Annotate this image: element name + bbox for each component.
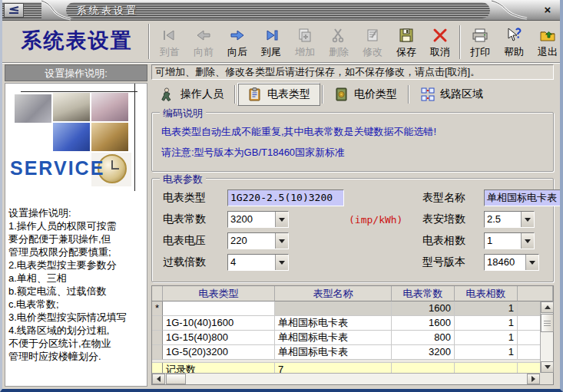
meter-type-icon xyxy=(247,87,263,102)
model-name-label: 表型名称 xyxy=(422,191,484,205)
table-cell[interactable]: 3200 xyxy=(392,345,455,360)
help-icon xyxy=(505,26,523,44)
overload-select[interactable]: 4 xyxy=(227,254,289,271)
separator xyxy=(234,85,236,104)
tab-label: 电表类型 xyxy=(267,87,310,101)
table-cell[interactable]: 1 xyxy=(455,345,518,360)
table-cell[interactable]: 1G-15(40)800 xyxy=(163,331,275,345)
table-cell[interactable] xyxy=(163,301,275,316)
add-record-button[interactable]: 增加 xyxy=(288,24,322,61)
go-prev-button[interactable]: 向前 xyxy=(187,24,220,61)
table-row[interactable]: 1G-10(40)1600 单相国标电卡表 1600 1 xyxy=(152,316,553,331)
table-cell[interactable]: 1 xyxy=(455,316,518,331)
row-indicator xyxy=(152,345,163,360)
service-collage-image: SERVICE xyxy=(5,84,147,205)
model-version-select[interactable]: 18460 xyxy=(484,254,539,271)
go-next-button[interactable]: 向后 xyxy=(220,24,254,61)
go-first-button[interactable]: 到首 xyxy=(153,24,187,61)
table-cell[interactable]: 1600 xyxy=(392,301,455,316)
cancel-button[interactable]: 取消 xyxy=(423,24,457,61)
groupbox-title: 编码说明 xyxy=(160,107,206,120)
exit-icon xyxy=(538,26,557,44)
chevron-down-icon[interactable] xyxy=(521,233,534,249)
edit-record-button[interactable]: 修改 xyxy=(356,24,389,61)
table-cell[interactable]: 1 xyxy=(455,301,518,316)
table-cell[interactable] xyxy=(275,301,392,316)
price-type-icon xyxy=(334,87,349,102)
table-cell[interactable]: 800 xyxy=(392,331,455,345)
page-title: 系统表设置 xyxy=(8,27,145,54)
phases-label: 电表相数 xyxy=(422,234,484,248)
amperage-select[interactable]: 2.5 xyxy=(484,211,535,228)
meter-type-field[interactable]: 1G220-2.5(10)3200 xyxy=(227,189,344,206)
scrollbar-thumb[interactable] xyxy=(166,374,186,384)
app-logo-icon[interactable] xyxy=(4,3,24,18)
column-header[interactable]: 电表类型 xyxy=(163,286,275,301)
row-indicator-header xyxy=(152,286,163,301)
combo-value: 3200 xyxy=(228,212,275,227)
table-row[interactable]: 1G-5(20)3200 单相国标电卡表 3200 1 xyxy=(152,345,553,360)
phases-select[interactable]: 1 xyxy=(484,232,535,249)
line-area-icon xyxy=(420,87,435,102)
column-header[interactable]: 电表相数 xyxy=(455,286,518,301)
delete-record-button[interactable]: 删除 xyxy=(322,24,356,61)
horizontal-scrollbar[interactable] xyxy=(152,373,540,384)
voltage-select[interactable]: 220 xyxy=(227,232,289,249)
combo-value: 1 xyxy=(485,233,521,249)
tab-meter-type[interactable]: 电表类型 xyxy=(237,83,320,106)
collage-photo-pen xyxy=(53,93,90,121)
chevron-down-icon[interactable] xyxy=(275,233,288,249)
tab-bar: 操作人员 电表类型 电价类型 线路区域 xyxy=(151,83,492,106)
combo-value: 18460 xyxy=(485,255,525,270)
tab-operators[interactable]: 操作人员 xyxy=(151,84,233,105)
tab-line-area[interactable]: 线路区域 xyxy=(411,84,492,105)
table-cell[interactable]: 单相国标电卡表 xyxy=(275,331,392,345)
print-button[interactable]: 打印 xyxy=(463,24,497,61)
toolbar-label: 向后 xyxy=(227,45,247,59)
meter-constant-select[interactable]: 3200 xyxy=(227,211,289,228)
help-button[interactable]: 帮助 xyxy=(497,24,531,61)
tab-price-type[interactable]: 电价类型 xyxy=(325,84,406,105)
exit-button[interactable]: 退出 xyxy=(531,24,563,61)
tab-label: 电价类型 xyxy=(354,87,397,101)
print-icon xyxy=(471,26,489,44)
hint-bar: 可增加、删除、修改各类型后请进行保存，如不保存修改，请点击[取消]。 xyxy=(151,64,554,80)
go-prev-icon xyxy=(194,26,213,44)
save-button[interactable]: 保存 xyxy=(389,24,423,61)
collage-photo-gold xyxy=(91,123,128,151)
toolbar-label: 到首 xyxy=(160,45,180,59)
chevron-down-icon[interactable] xyxy=(525,255,538,270)
table-cell[interactable]: 1G-5(20)3200 xyxy=(163,345,275,360)
vertical-scrollbar[interactable] xyxy=(540,301,553,373)
chevron-down-icon[interactable] xyxy=(275,212,288,227)
scroll-left-icon[interactable] xyxy=(152,374,165,384)
column-header[interactable]: 电表常数 xyxy=(392,286,455,301)
separator xyxy=(148,24,150,59)
titlebar-swoosh xyxy=(37,0,72,21)
meter-type-label: 电表类型 xyxy=(163,191,227,205)
table-cell[interactable]: 单相国标电卡表 xyxy=(275,316,392,331)
table-new-row[interactable]: * 1600 1 xyxy=(152,301,553,316)
scroll-right-icon[interactable] xyxy=(527,374,540,384)
meter-params-groupbox: 电表参数 电表类型 1G220-2.5(10)3200 表型名称 单相国标电卡表… xyxy=(151,178,554,282)
toolbar: 到首 向前 向后 到尾 增加 xyxy=(153,24,563,61)
separator xyxy=(408,85,409,104)
table-cell[interactable]: 1600 xyxy=(392,316,455,331)
table-cell[interactable]: 1 xyxy=(455,331,518,345)
close-icon[interactable]: × xyxy=(540,2,555,18)
table-cell[interactable]: 单相国标电卡表 xyxy=(275,345,392,360)
go-first-icon xyxy=(161,26,179,44)
model-name-field[interactable]: 单相国标电卡表 xyxy=(484,189,563,206)
go-last-button[interactable]: 到尾 xyxy=(254,24,288,61)
sidebar-panel: SERVICE 设置操作说明: 1.操作人员的权限可按需 要分配便于兼职操作,但… xyxy=(5,83,147,387)
sidebar: 设置操作说明: SERVICE 设置操作说明: 1.操作人员的权限可按需 要分配… xyxy=(5,64,147,387)
column-header[interactable]: 表型名称 xyxy=(275,286,392,301)
table-row[interactable]: 1G-15(40)800 单相国标电卡表 800 1 xyxy=(152,331,553,345)
scrollbar-thumb[interactable] xyxy=(541,314,554,332)
chevron-down-icon[interactable] xyxy=(275,255,288,270)
table-cell[interactable]: 1G-10(40)1600 xyxy=(163,316,275,331)
scroll-down-icon[interactable] xyxy=(541,361,554,373)
chevron-down-icon[interactable] xyxy=(521,212,534,227)
add-record-icon xyxy=(296,26,314,44)
scroll-up-icon[interactable] xyxy=(541,301,554,313)
